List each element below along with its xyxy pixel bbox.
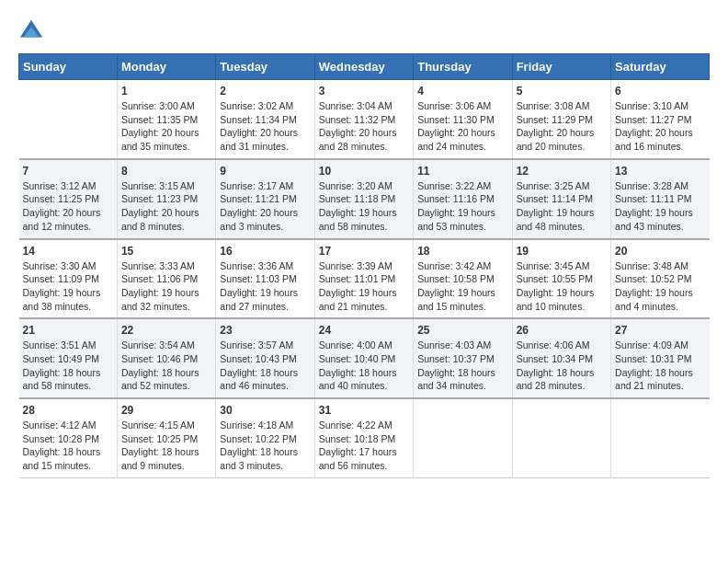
day-info: Sunrise: 3:57 AM Sunset: 10:43 PM Daylig… [220,339,310,393]
day-number: 16 [220,245,310,258]
calendar-week-row: 21Sunrise: 3:51 AM Sunset: 10:49 PM Dayl… [19,318,710,398]
calendar-cell: 31Sunrise: 4:22 AM Sunset: 10:18 PM Dayl… [314,398,413,477]
day-number: 21 [23,324,113,337]
calendar-header: SundayMondayTuesdayWednesdayThursdayFrid… [19,54,710,80]
calendar-cell: 5Sunrise: 3:08 AM Sunset: 11:29 PM Dayli… [512,80,610,159]
day-info: Sunrise: 3:39 AM Sunset: 11:01 PM Daylig… [319,259,409,314]
day-info: Sunrise: 3:08 AM Sunset: 11:29 PM Daylig… [517,99,607,154]
day-info: Sunrise: 3:22 AM Sunset: 11:16 PM Daylig… [417,179,507,234]
calendar-week-row: 1Sunrise: 3:00 AM Sunset: 11:35 PM Dayli… [19,80,710,159]
day-info: Sunrise: 3:12 AM Sunset: 11:25 PM Daylig… [23,179,113,234]
day-number: 7 [23,165,113,178]
logo [18,18,48,44]
day-info: Sunrise: 3:33 AM Sunset: 11:06 PM Daylig… [121,259,211,314]
header-cell-sunday: Sunday [19,54,118,80]
day-number: 10 [319,165,409,178]
day-number: 27 [615,324,705,337]
calendar-cell [611,398,710,477]
header-cell-friday: Friday [512,54,610,80]
calendar-cell: 19Sunrise: 3:45 AM Sunset: 10:55 PM Dayl… [512,239,610,319]
day-number: 3 [319,85,409,98]
header-row: SundayMondayTuesdayWednesdayThursdayFrid… [19,54,710,80]
calendar-cell: 1Sunrise: 3:00 AM Sunset: 11:35 PM Dayli… [117,80,215,159]
day-info: Sunrise: 3:54 AM Sunset: 10:46 PM Daylig… [121,339,211,393]
calendar-cell: 17Sunrise: 3:39 AM Sunset: 11:01 PM Dayl… [314,239,413,319]
header-cell-saturday: Saturday [611,54,710,80]
calendar-cell [512,398,610,477]
day-info: Sunrise: 3:20 AM Sunset: 11:18 PM Daylig… [319,179,409,234]
calendar-body: 1Sunrise: 3:00 AM Sunset: 11:35 PM Dayli… [19,80,710,478]
calendar-cell: 24Sunrise: 4:00 AM Sunset: 10:40 PM Dayl… [314,318,413,398]
day-info: Sunrise: 3:25 AM Sunset: 11:14 PM Daylig… [517,179,607,234]
day-info: Sunrise: 4:00 AM Sunset: 10:40 PM Daylig… [319,339,409,393]
day-number: 30 [220,404,310,417]
page-header [18,18,710,44]
calendar-cell: 6Sunrise: 3:10 AM Sunset: 11:27 PM Dayli… [611,80,710,159]
day-number: 11 [417,165,507,178]
calendar-cell: 3Sunrise: 3:04 AM Sunset: 11:32 PM Dayli… [314,80,413,159]
day-number: 26 [517,324,607,337]
calendar-cell: 2Sunrise: 3:02 AM Sunset: 11:34 PM Dayli… [216,80,314,159]
calendar-cell: 27Sunrise: 4:09 AM Sunset: 10:31 PM Dayl… [611,318,710,398]
day-number: 9 [220,165,310,178]
calendar-cell: 16Sunrise: 3:36 AM Sunset: 11:03 PM Dayl… [216,239,314,319]
day-number: 24 [319,324,409,337]
day-number: 31 [319,404,409,417]
day-info: Sunrise: 4:18 AM Sunset: 10:22 PM Daylig… [220,419,310,473]
day-number: 2 [220,85,310,98]
day-number: 12 [517,165,607,178]
day-info: Sunrise: 3:51 AM Sunset: 10:49 PM Daylig… [23,339,113,393]
day-number: 23 [220,324,310,337]
calendar-table: SundayMondayTuesdayWednesdayThursdayFrid… [18,53,710,478]
calendar-cell: 9Sunrise: 3:17 AM Sunset: 11:21 PM Dayli… [216,159,314,239]
calendar-cell: 26Sunrise: 4:06 AM Sunset: 10:34 PM Dayl… [512,318,610,398]
calendar-cell: 20Sunrise: 3:48 AM Sunset: 10:52 PM Dayl… [611,239,710,319]
day-number: 13 [615,165,705,178]
day-number: 14 [23,245,113,258]
day-info: Sunrise: 3:06 AM Sunset: 11:30 PM Daylig… [417,99,507,154]
day-info: Sunrise: 3:00 AM Sunset: 11:35 PM Daylig… [121,99,211,154]
calendar-week-row: 7Sunrise: 3:12 AM Sunset: 11:25 PM Dayli… [19,159,710,239]
day-info: Sunrise: 3:42 AM Sunset: 10:58 PM Daylig… [417,259,507,314]
day-info: Sunrise: 3:04 AM Sunset: 11:32 PM Daylig… [319,99,409,154]
day-number: 8 [121,165,211,178]
calendar-cell: 28Sunrise: 4:12 AM Sunset: 10:28 PM Dayl… [19,398,118,477]
calendar-cell: 12Sunrise: 3:25 AM Sunset: 11:14 PM Dayl… [512,159,610,239]
day-number: 20 [615,245,705,258]
day-info: Sunrise: 4:15 AM Sunset: 10:25 PM Daylig… [121,419,211,473]
logo-icon [18,18,44,44]
day-info: Sunrise: 3:10 AM Sunset: 11:27 PM Daylig… [615,99,705,154]
header-cell-wednesday: Wednesday [314,54,413,80]
day-info: Sunrise: 3:15 AM Sunset: 11:23 PM Daylig… [121,179,211,234]
day-info: Sunrise: 3:36 AM Sunset: 11:03 PM Daylig… [220,259,310,314]
calendar-cell: 18Sunrise: 3:42 AM Sunset: 10:58 PM Dayl… [414,239,512,319]
day-number: 19 [517,245,607,258]
calendar-week-row: 28Sunrise: 4:12 AM Sunset: 10:28 PM Dayl… [19,398,710,477]
day-info: Sunrise: 3:45 AM Sunset: 10:55 PM Daylig… [517,259,607,314]
calendar-cell: 15Sunrise: 3:33 AM Sunset: 11:06 PM Dayl… [117,239,215,319]
day-info: Sunrise: 3:48 AM Sunset: 10:52 PM Daylig… [615,259,705,314]
day-number: 22 [121,324,211,337]
calendar-cell: 30Sunrise: 4:18 AM Sunset: 10:22 PM Dayl… [216,398,314,477]
day-number: 17 [319,245,409,258]
day-number: 29 [121,404,211,417]
calendar-cell: 4Sunrise: 3:06 AM Sunset: 11:30 PM Dayli… [414,80,512,159]
day-info: Sunrise: 4:09 AM Sunset: 10:31 PM Daylig… [615,339,705,393]
calendar-cell: 7Sunrise: 3:12 AM Sunset: 11:25 PM Dayli… [19,159,118,239]
day-info: Sunrise: 4:03 AM Sunset: 10:37 PM Daylig… [417,339,507,393]
day-info: Sunrise: 4:06 AM Sunset: 10:34 PM Daylig… [517,339,607,393]
day-info: Sunrise: 4:12 AM Sunset: 10:28 PM Daylig… [23,419,113,473]
day-number: 15 [121,245,211,258]
header-cell-tuesday: Tuesday [216,54,314,80]
day-number: 25 [417,324,507,337]
calendar-cell: 10Sunrise: 3:20 AM Sunset: 11:18 PM Dayl… [314,159,413,239]
calendar-cell: 21Sunrise: 3:51 AM Sunset: 10:49 PM Dayl… [19,318,118,398]
calendar-cell [19,80,118,159]
day-info: Sunrise: 3:02 AM Sunset: 11:34 PM Daylig… [220,99,310,154]
header-cell-monday: Monday [117,54,215,80]
day-info: Sunrise: 3:30 AM Sunset: 11:09 PM Daylig… [23,259,113,314]
day-number: 28 [23,404,113,417]
day-number: 6 [615,85,705,98]
day-info: Sunrise: 3:17 AM Sunset: 11:21 PM Daylig… [220,179,310,234]
calendar-cell: 22Sunrise: 3:54 AM Sunset: 10:46 PM Dayl… [117,318,215,398]
